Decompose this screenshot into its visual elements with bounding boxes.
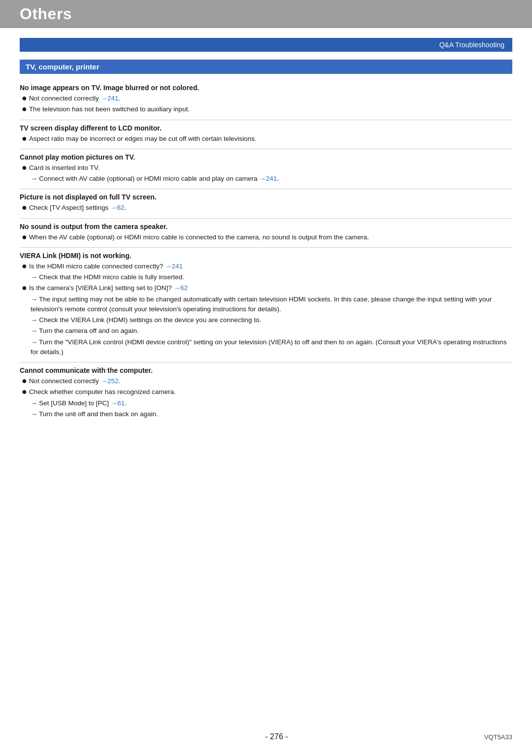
qa-answers: ●Aspect ratio may be incorrect or edges …	[20, 134, 512, 144]
reference-link[interactable]: →241	[259, 175, 277, 182]
qa-answers: ●Check [TV Aspect] settings →62.	[20, 203, 512, 213]
answer-bullet: ●When the AV cable (optional) or HDMI mi…	[22, 232, 512, 242]
answer-sub: → Connect with AV cable (optional) or HD…	[22, 174, 512, 184]
bullet-icon: ●	[22, 104, 27, 114]
answer-bullet: ●Check [TV Aspect] settings →62.	[22, 203, 512, 213]
reference-link[interactable]: →241	[100, 95, 118, 102]
answer-text: Check [TV Aspect] settings →62.	[29, 203, 512, 213]
qa-item: No image appears on TV. Image blurred or…	[20, 80, 512, 120]
page-title: Others	[20, 5, 72, 23]
bullet-icon: ●	[22, 203, 27, 213]
reference-link[interactable]: →62	[110, 204, 125, 211]
bullet-icon: ●	[22, 94, 27, 103]
page-footer: - 276 - VQT5A33	[0, 732, 532, 741]
qa-item: Picture is not displayed on full TV scre…	[20, 189, 512, 218]
qa-bar: Q&A Troubleshooting	[20, 38, 512, 52]
reference-link[interactable]: →61	[111, 399, 125, 407]
qa-answers: ●Not connected correctly →241.●The telev…	[20, 94, 512, 115]
qa-item: Cannot communicate with the computer.●No…	[20, 362, 512, 424]
answer-sub: → Turn the unit off and then back on aga…	[22, 409, 512, 419]
answer-sub: → Turn the camera off and on again.	[22, 326, 512, 336]
qa-answers: ●When the AV cable (optional) or HDMI mi…	[20, 232, 512, 242]
answer-text: Is the camera's [VIERA Link] setting set…	[29, 283, 512, 293]
page-header: Others	[0, 0, 532, 28]
bullet-icon: ●	[22, 134, 27, 144]
answer-text: Is the HDMI micro cable connected correc…	[29, 262, 512, 271]
answer-bullet: ●Card is inserted into TV.	[22, 163, 512, 173]
qa-question: Picture is not displayed on full TV scre…	[20, 193, 512, 201]
page-number: - 276 -	[69, 732, 484, 741]
model-number: VQT5A33	[484, 733, 512, 741]
answer-text: Not connected correctly →252.	[29, 376, 512, 386]
reference-link[interactable]: →62	[174, 284, 188, 292]
qa-item: No sound is output from the camera speak…	[20, 219, 512, 248]
answer-bullet: ●Check whether computer has recognized c…	[22, 387, 512, 397]
answer-sub: → Turn the "VIERA Link control (HDMI dev…	[22, 337, 512, 358]
qa-item: VIERA Link (HDMI) is not working.●Is the…	[20, 248, 512, 362]
reference-link[interactable]: →241	[165, 263, 183, 270]
answer-sub: → Check that the HDMI micro cable is ful…	[22, 272, 512, 282]
answer-bullet: ●Not connected correctly →241.	[22, 94, 512, 103]
bullet-icon: ●	[22, 163, 27, 173]
qa-question: Cannot communicate with the computer.	[20, 366, 512, 374]
section-box: TV, computer, printer	[20, 60, 512, 74]
answer-text: Check whether computer has recognized ca…	[29, 387, 512, 397]
qa-question: No image appears on TV. Image blurred or…	[20, 84, 512, 92]
answer-text: The television has not been switched to …	[29, 104, 512, 114]
answer-sub: → Set [USB Mode] to [PC] →61.	[22, 398, 512, 408]
answer-bullet: ●Aspect ratio may be incorrect or edges …	[22, 134, 512, 144]
answer-text: Aspect ratio may be incorrect or edges m…	[29, 134, 512, 144]
answer-bullet: ●Is the HDMI micro cable connected corre…	[22, 262, 512, 271]
bullet-icon: ●	[22, 232, 27, 242]
qa-answers: ●Not connected correctly →252.●Check whe…	[20, 376, 512, 419]
main-content: Q&A Troubleshooting TV, computer, printe…	[0, 28, 532, 444]
bullet-icon: ●	[22, 283, 27, 293]
qa-question: VIERA Link (HDMI) is not working.	[20, 252, 512, 260]
bullet-icon: ●	[22, 376, 27, 386]
qa-question: Cannot play motion pictures on TV.	[20, 153, 512, 161]
answer-bullet: ●Is the camera's [VIERA Link] setting se…	[22, 283, 512, 293]
answer-text: Card is inserted into TV.	[29, 163, 512, 173]
answer-text: Not connected correctly →241.	[29, 94, 512, 103]
bullet-icon: ●	[22, 387, 27, 397]
answer-bullet: ●The television has not been switched to…	[22, 104, 512, 114]
qa-question: No sound is output from the camera speak…	[20, 223, 512, 230]
answer-text: When the AV cable (optional) or HDMI mic…	[29, 232, 512, 242]
qa-item: Cannot play motion pictures on TV.●Card …	[20, 149, 512, 190]
qa-question: TV screen display different to LCD monit…	[20, 124, 512, 132]
answer-sub: → Check the VIERA Link (HDMI) settings o…	[22, 315, 512, 325]
reference-link[interactable]: →252	[100, 377, 118, 385]
qa-section: No image appears on TV. Image blurred or…	[20, 80, 512, 424]
qa-answers: ●Card is inserted into TV.→ Connect with…	[20, 163, 512, 184]
bullet-icon: ●	[22, 262, 27, 271]
answer-bullet: ●Not connected correctly →252.	[22, 376, 512, 386]
answer-sub: → The input setting may not be able to b…	[22, 295, 512, 315]
qa-item: TV screen display different to LCD monit…	[20, 120, 512, 149]
qa-answers: ●Is the HDMI micro cable connected corre…	[20, 262, 512, 357]
